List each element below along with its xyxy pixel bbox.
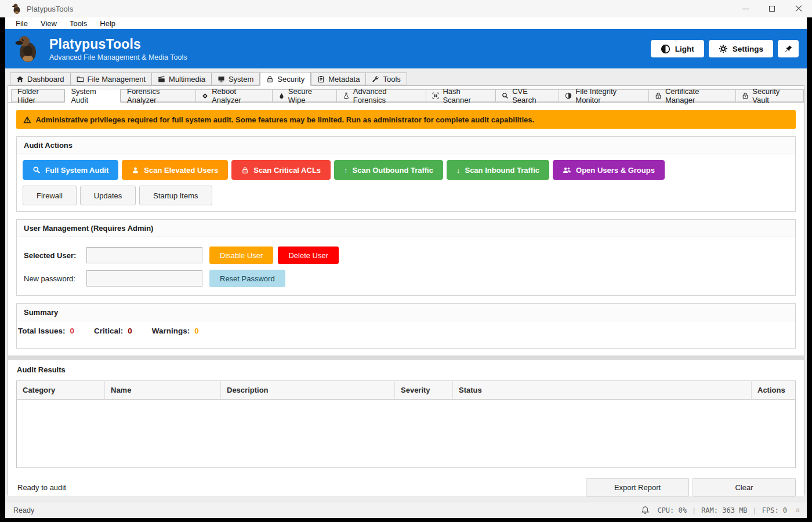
audit-results-table: Category Name Description Severity Statu… bbox=[16, 380, 796, 468]
system-audit-page: ⚠ Administrative privileges required for… bbox=[8, 102, 804, 496]
page: Dashboard File Management Multimedia Sys… bbox=[5, 68, 807, 502]
critical-value: 0 bbox=[128, 327, 132, 335]
tab-security[interactable]: Security bbox=[260, 72, 311, 86]
export-report-button[interactable]: Export Report bbox=[586, 478, 689, 496]
scan-inbound-traffic-button[interactable]: ↓ Scan Inbound Traffic bbox=[447, 160, 549, 180]
clipboard-icon bbox=[317, 75, 325, 83]
column-header-actions[interactable]: Actions bbox=[752, 381, 796, 400]
scan-outbound-traffic-button[interactable]: ↑ Scan Outbound Traffic bbox=[334, 160, 443, 180]
tab-label: Security bbox=[277, 75, 304, 84]
scan-elevated-users-button[interactable]: Scan Elevated Users bbox=[122, 160, 228, 180]
subtab-label: Hash Scanner bbox=[443, 87, 490, 104]
column-header-name[interactable]: Name bbox=[105, 381, 221, 400]
theme-toggle-label: Light bbox=[675, 45, 694, 53]
separator: | bbox=[754, 506, 756, 514]
statusbar: Ready CPU: 0% | RAM: 363 MB | FPS: 0 π bbox=[5, 502, 807, 518]
person-icon bbox=[132, 166, 139, 174]
reset-password-button[interactable]: Reset Password bbox=[209, 270, 285, 287]
empty-results-area bbox=[17, 400, 796, 468]
menu-tools[interactable]: Tools bbox=[63, 19, 93, 28]
settings-label: Settings bbox=[733, 45, 763, 53]
scan-critical-acls-button[interactable]: Scan Critical ACLs bbox=[231, 160, 331, 180]
pin-button[interactable] bbox=[778, 40, 799, 57]
subtab-label: Secure Wipe bbox=[288, 87, 331, 104]
subtab-hash-scanner[interactable]: Hash Scanner bbox=[426, 89, 496, 102]
app-title: PlatypusTools bbox=[49, 37, 187, 52]
theme-toggle-button[interactable]: Light bbox=[651, 40, 704, 57]
tab-system[interactable]: System bbox=[212, 72, 260, 85]
audit-status-text: Ready to audit bbox=[17, 483, 66, 492]
app-header: PlatypusTools Advanced File Management &… bbox=[5, 29, 807, 68]
audit-results-title: Audit Results bbox=[17, 365, 796, 374]
settings-button[interactable]: Settings bbox=[709, 40, 773, 57]
status-ready-text: Ready bbox=[13, 506, 34, 514]
minimize-button[interactable] bbox=[732, 0, 759, 17]
subtab-forensics-analyzer[interactable]: Forensics Analyzer bbox=[121, 89, 196, 102]
menu-help[interactable]: Help bbox=[93, 19, 122, 28]
theme-half-circle-icon bbox=[661, 44, 670, 54]
menu-view[interactable]: View bbox=[34, 19, 63, 28]
subtab-cve-search[interactable]: CVE Search bbox=[496, 89, 559, 102]
audit-actions-group: Audit Actions Full System Audit Scan Ele… bbox=[16, 136, 796, 212]
window-title: PlatypusTools bbox=[27, 5, 73, 13]
delete-user-button[interactable]: Delete User bbox=[278, 246, 339, 264]
selected-user-field[interactable] bbox=[86, 247, 202, 263]
subtab-label: File Integrity Monitor bbox=[575, 87, 643, 104]
column-header-description[interactable]: Description bbox=[221, 381, 395, 400]
menu-file[interactable]: File bbox=[10, 19, 34, 28]
subtab-file-integrity-monitor[interactable]: File Integrity Monitor bbox=[559, 89, 649, 102]
lock-badge-icon bbox=[655, 92, 662, 99]
close-button[interactable] bbox=[785, 0, 812, 17]
tab-tools[interactable]: Tools bbox=[366, 72, 407, 85]
audit-footer: Ready to audit Export Report Clear bbox=[16, 478, 796, 496]
full-system-audit-button[interactable]: Full System Audit bbox=[23, 160, 118, 180]
sub-tab-bar: Folder Hider System Audit Forensics Anal… bbox=[11, 89, 804, 102]
column-header-status[interactable]: Status bbox=[453, 381, 752, 400]
subtab-label: Security Vault bbox=[752, 87, 798, 104]
subtab-advanced-forensics[interactable]: Advanced Forensics bbox=[337, 89, 427, 102]
column-header-category[interactable]: Category bbox=[17, 381, 105, 400]
hash-icon bbox=[432, 92, 439, 99]
splitter-handle[interactable] bbox=[8, 356, 804, 360]
tab-file-management[interactable]: File Management bbox=[71, 72, 152, 85]
maximize-button[interactable] bbox=[759, 0, 785, 17]
subtab-label: Certificate Manager bbox=[665, 87, 730, 104]
security-tab-panel: Folder Hider System Audit Forensics Anal… bbox=[8, 85, 804, 495]
subtab-reboot-analyzer[interactable]: Reboot Analyzer bbox=[196, 89, 273, 102]
subtab-label: CVE Search bbox=[512, 87, 553, 104]
app-window: PlatypusTools File View Tools Help bbox=[0, 0, 812, 522]
subtab-folder-hider[interactable]: Folder Hider bbox=[11, 89, 64, 102]
column-header-severity[interactable]: Severity bbox=[395, 381, 453, 400]
clear-button[interactable]: Clear bbox=[693, 478, 796, 496]
people-icon bbox=[563, 166, 571, 174]
subtab-certificate-manager[interactable]: Certificate Manager bbox=[649, 89, 736, 102]
subtab-security-vault[interactable]: Security Vault bbox=[736, 89, 804, 102]
tab-label: Metadata bbox=[328, 75, 360, 84]
arrow-down-icon: ↓ bbox=[456, 166, 461, 175]
subtab-secure-wipe[interactable]: Secure Wipe bbox=[273, 89, 337, 102]
tab-label: Tools bbox=[383, 75, 400, 84]
total-issues-value: 0 bbox=[70, 327, 75, 335]
new-password-field[interactable] bbox=[86, 270, 202, 287]
tab-dashboard[interactable]: Dashboard bbox=[10, 72, 71, 85]
updates-button[interactable]: Updates bbox=[80, 186, 136, 205]
warnings-label: Warnings: bbox=[152, 327, 190, 335]
critical-label: Critical: bbox=[94, 327, 123, 335]
open-users-groups-button[interactable]: Open Users & Groups bbox=[553, 160, 665, 180]
bell-icon[interactable] bbox=[641, 506, 650, 514]
user-management-group: User Management (Requires Admin) Selecte… bbox=[16, 219, 796, 296]
subtab-label: Advanced Forensics bbox=[353, 87, 420, 104]
fps-metric: FPS: 0 bbox=[762, 506, 787, 514]
audit-actions-title: Audit Actions bbox=[17, 137, 795, 154]
user-management-title: User Management (Requires Admin) bbox=[17, 220, 795, 237]
admin-warning-banner: ⚠ Administrative privileges required for… bbox=[16, 110, 796, 129]
tab-metadata[interactable]: Metadata bbox=[311, 72, 366, 85]
wrench-icon bbox=[372, 75, 379, 83]
button-label: Scan Elevated Users bbox=[144, 166, 218, 175]
firewall-button[interactable]: Firewall bbox=[23, 186, 77, 205]
tab-multimedia[interactable]: Multimedia bbox=[152, 72, 212, 85]
subtab-system-audit[interactable]: System Audit bbox=[64, 89, 121, 103]
disable-user-button[interactable]: Disable User bbox=[209, 246, 273, 264]
startup-items-button[interactable]: Startup Items bbox=[139, 186, 212, 205]
tab-label: Dashboard bbox=[27, 75, 64, 84]
